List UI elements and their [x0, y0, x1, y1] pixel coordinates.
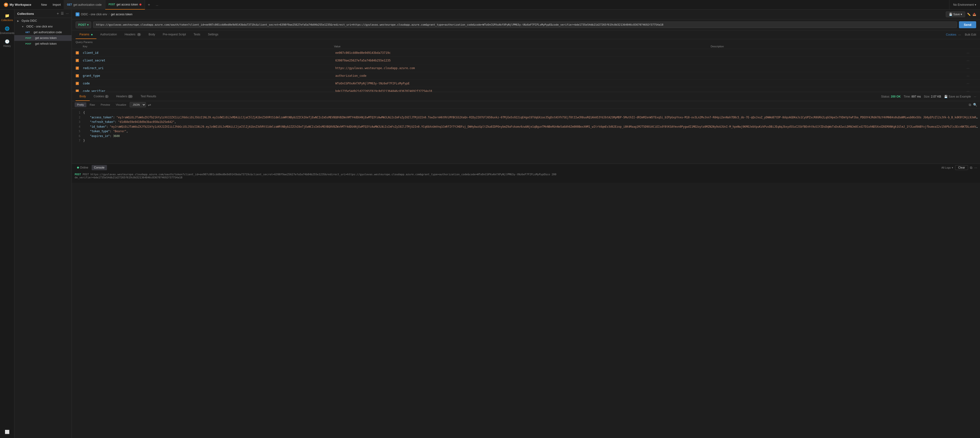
param-value-client-secret[interactable]: 6398f9ae25627efa5a74b84b255e1235 — [335, 59, 714, 62]
copy-response-button[interactable]: ⧉ — [969, 103, 971, 107]
url-input[interactable] — [93, 22, 957, 28]
tab-method-get: GET — [67, 3, 72, 6]
param-actions-code-verifier[interactable]: ··· — [967, 89, 976, 92]
resp-tab-test-results[interactable]: Test Results — [137, 92, 160, 101]
col-header-value: Value — [334, 45, 711, 48]
method-badge-get: GET — [24, 31, 31, 34]
tree-folder-gyula[interactable]: ▶ Gyula OIDC — [14, 18, 72, 24]
col-header-key: Key — [83, 45, 334, 48]
tab-pre-request[interactable]: Pre-request Script — [159, 30, 190, 39]
new-button[interactable]: New — [38, 2, 50, 7]
param-key-redirect-uri[interactable]: redirect_uri — [83, 67, 335, 70]
sidebar-item-more[interactable]: ⬜ — [1, 428, 13, 436]
response-body-content: 1 { 2 "access_token": "eyJraWQiOiJTaWduZ… — [72, 108, 980, 163]
bottom-tab-online[interactable]: Online — [75, 165, 91, 170]
param-key-grant-type[interactable]: grant_type — [83, 74, 335, 78]
param-value-client-id[interactable]: ee907c001cdd0ed0e9d9143bda73719c — [335, 51, 714, 54]
response-format-bar: Pretty Raw Preview Visualize JSON XML HT… — [72, 101, 980, 108]
checkbox-code-verifier[interactable]: ✓ — [76, 89, 79, 92]
import-button[interactable]: Import — [50, 2, 64, 7]
checkbox-redirect-uri[interactable]: ✓ — [76, 67, 79, 70]
resp-tab-cookies[interactable]: Cookies 1 — [90, 92, 112, 101]
param-actions-code[interactable]: ··· — [967, 81, 976, 85]
tree-request-post-refresh[interactable]: POST get refresh token — [14, 41, 72, 47]
tab-more-button[interactable]: ... — [153, 3, 161, 6]
send-button[interactable]: Send — [959, 21, 976, 28]
param-key-client-secret[interactable]: client_secret — [83, 59, 335, 62]
response-more-icon[interactable]: ··· — [974, 95, 976, 98]
checkbox-client-id[interactable]: ✓ — [76, 51, 79, 54]
tab-body[interactable]: Body — [145, 30, 159, 39]
param-value-redirect-uri[interactable]: https://gyulavas.westeurope.cloudapp.azu… — [335, 67, 714, 70]
tab-authorization[interactable]: Authorization — [96, 30, 121, 39]
workspace-section: W My Workspace — [0, 3, 38, 7]
tab-get-auth[interactable]: GET get authorization code — [64, 0, 105, 10]
tree-request-get-auth[interactable]: GET get authorization code — [14, 29, 72, 35]
console-copy-button[interactable]: ⧉ — [970, 166, 972, 170]
all-logs-button[interactable]: All Logs ▾ — [942, 166, 953, 169]
search-response-button[interactable]: 🔍 — [973, 103, 977, 107]
more-options-icon[interactable]: ··· — [66, 11, 68, 16]
console-more-button[interactable]: ··· — [974, 166, 977, 170]
wrap-icon[interactable]: ⇌ — [148, 103, 151, 107]
tab-params[interactable]: Params — [76, 30, 96, 39]
save-example-button[interactable]: 💾 Save as Example — [944, 95, 971, 98]
format-visualize-button[interactable]: Visualize — [113, 102, 129, 107]
param-key-client-id[interactable]: client_id — [83, 51, 335, 54]
status-value: 200 OK — [891, 95, 900, 98]
resp-tab-body[interactable]: Body — [76, 92, 90, 101]
checkbox-grant-type[interactable]: ✓ — [76, 74, 79, 78]
bottom-bar: Online Console All Logs ▾ Clear ⧉ ··· — [72, 163, 980, 182]
params-more-icon[interactable]: ··· — [958, 33, 961, 36]
cookies-link[interactable]: Cookies — [946, 33, 956, 36]
tab-add-button[interactable]: + — [145, 3, 153, 7]
bulk-edit-link[interactable]: Bulk Edit — [965, 33, 976, 36]
folder-label-oidc: OIDC - one click env — [26, 25, 52, 28]
resp-tab-headers[interactable]: Headers 16 — [113, 92, 137, 101]
tab-settings[interactable]: Settings — [204, 30, 222, 39]
format-preview-button[interactable]: Preview — [98, 102, 113, 107]
bottom-tab-console[interactable]: Console — [92, 165, 107, 170]
checkbox-code[interactable]: ✓ — [76, 82, 79, 85]
log-detail: de_verifier=bde1735e54db21d27265f619c8d3… — [75, 176, 182, 179]
param-value-code-verifier[interactable]: bde1735e54db21d27265f619c8d321364846c836… — [335, 89, 714, 92]
environment-selector[interactable]: No Environment ▾ — [949, 0, 980, 10]
param-row-code-verifier: ✓ code_verifier bde1735e54db21d27265f619… — [72, 87, 980, 92]
tab-post-token[interactable]: POST get access token — [105, 0, 145, 10]
tab-tests[interactable]: Tests — [190, 30, 204, 39]
param-value-grant-type[interactable]: authorization_code — [335, 74, 714, 78]
format-raw-button[interactable]: Raw — [88, 102, 97, 107]
param-key-code[interactable]: code — [83, 82, 335, 85]
param-value-code[interactable]: WToOnCGPXxAkfXPyNjlPM63y-tNz6eF7FIFLsMyP… — [335, 82, 714, 85]
request-tabs: Params Authorization Headers 9 Body Pre-… — [72, 30, 980, 39]
param-actions-client-id[interactable]: ··· — [967, 51, 976, 55]
history-icon: 🕐 — [5, 39, 10, 44]
param-key-code-verifier[interactable]: code_verifier — [83, 89, 335, 92]
workspace-label: My Workspace — [10, 3, 31, 6]
param-actions-redirect-uri[interactable]: ··· — [967, 66, 976, 70]
checkbox-client-secret[interactable]: ✓ — [76, 59, 79, 62]
size-meta: Size: 2.07 KB — [924, 95, 941, 98]
format-type-select[interactable]: JSON XML HTML Text — [130, 102, 146, 107]
save-button[interactable]: 💾 Save ▾ — [946, 11, 965, 17]
sidebar-item-history[interactable]: 🕐 History — [1, 37, 13, 49]
tab-headers[interactable]: Headers 9 — [121, 30, 145, 39]
filter-icon[interactable]: ☰ — [61, 11, 64, 16]
clear-button[interactable]: Clear — [955, 165, 968, 170]
edit-icon[interactable]: ✏️ — [967, 13, 970, 16]
format-pretty-button[interactable]: Pretty — [75, 102, 86, 107]
param-row-grant-type: ✓ grant_type authorization_code ··· — [72, 72, 980, 79]
tab-method-post: POST — [109, 3, 115, 6]
chevron-down-icon: ▼ — [22, 25, 24, 28]
sidebar-item-environments[interactable]: 🌐 Environments — [1, 24, 13, 36]
top-bar: W My Workspace New Import GET get author… — [0, 0, 980, 10]
add-collection-button[interactable]: + — [57, 11, 59, 16]
params-section: Query Params Key Value Description ✓ cli… — [72, 39, 980, 92]
tree-request-post-token[interactable]: POST get access token — [14, 35, 72, 41]
share-icon[interactable]: 📤 — [973, 13, 976, 16]
param-actions-grant-type[interactable]: ··· — [967, 74, 976, 78]
sidebar-item-collections[interactable]: 📁 Collections — [1, 11, 13, 24]
tree-folder-oidc[interactable]: ▼ OIDC - one click env — [14, 24, 72, 29]
method-select[interactable]: POST ▾ — [76, 22, 91, 28]
param-actions-client-secret[interactable]: ··· — [967, 59, 976, 62]
